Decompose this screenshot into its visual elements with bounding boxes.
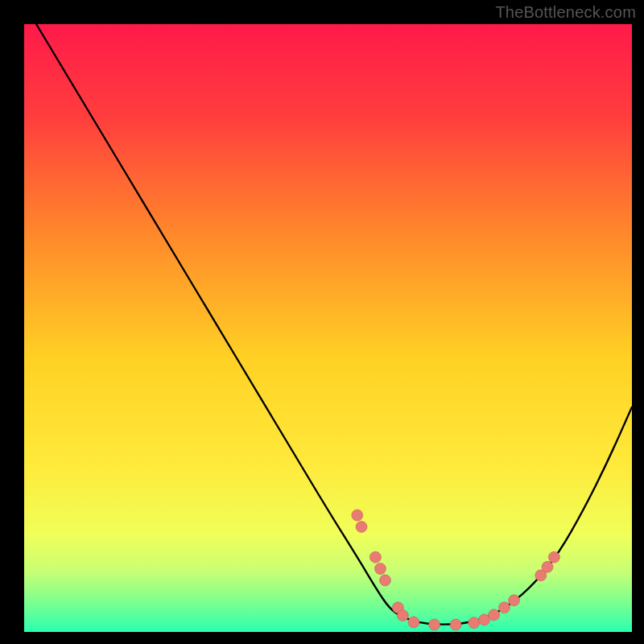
data-point: [429, 619, 440, 630]
data-point: [450, 619, 461, 630]
data-point: [469, 617, 480, 629]
data-point: [509, 595, 520, 606]
chart-container: TheBottleneck.com: [0, 0, 644, 644]
data-point: [498, 602, 510, 613]
data-point: [408, 617, 419, 628]
data-point: [379, 575, 390, 586]
plot-area: [24, 24, 632, 632]
watermark-text: TheBottleneck.com: [495, 3, 636, 22]
data-point: [397, 610, 408, 621]
data-point: [548, 551, 559, 563]
data-point: [374, 563, 386, 574]
data-point: [369, 551, 381, 563]
data-point: [352, 510, 363, 521]
data-point: [542, 561, 553, 572]
data-point: [356, 521, 367, 532]
data-point: [489, 609, 500, 621]
chart-svg: [24, 24, 632, 632]
gradient-background: [24, 24, 632, 632]
